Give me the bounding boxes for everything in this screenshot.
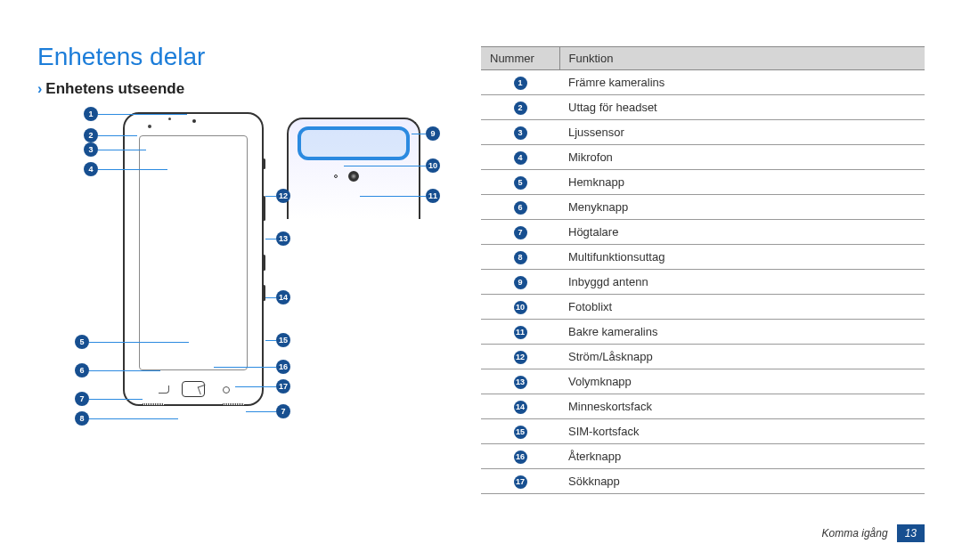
leader-4 — [98, 169, 167, 170]
menu-key — [159, 386, 169, 394]
callout-4: 4 — [84, 162, 98, 176]
callout-15: 15 — [276, 333, 290, 347]
leader-17 — [235, 386, 276, 387]
row-number-cell: 7 — [481, 220, 559, 245]
page-number: 13 — [897, 524, 925, 542]
row-number-cell: 8 — [481, 245, 559, 270]
number-badge: 9 — [514, 276, 527, 289]
callout-14: 14 — [276, 290, 290, 304]
subtitle-text: Enhetens utseende — [45, 80, 184, 98]
number-badge: 4 — [514, 151, 527, 165]
device-diagram: 1 2 3 4 5 6 7 8 9 10 11 1 — [37, 107, 420, 445]
number-badge: 14 — [514, 401, 527, 414]
leader-11 — [360, 196, 426, 197]
row-function-cell: Uttag för headset — [559, 95, 925, 120]
row-number-cell: 16 — [481, 444, 559, 469]
rear-camera-icon — [348, 171, 359, 182]
leader-7a — [89, 399, 143, 400]
speaker-left — [143, 403, 164, 405]
leader-16 — [214, 367, 276, 368]
right-column: Nummer Funktion 1Främre kameralins2Uttag… — [481, 43, 925, 494]
row-function-cell: Mikrofon — [559, 145, 925, 170]
number-badge: 16 — [514, 450, 527, 464]
number-badge: 7 — [514, 226, 527, 239]
row-function-cell: Inbyggd antenn — [559, 270, 925, 295]
table-row: 11Bakre kameralins — [481, 320, 925, 345]
table-row: 3Ljussensor — [481, 120, 925, 145]
row-number-cell: 3 — [481, 120, 559, 145]
leader-3 — [98, 150, 146, 150]
table-row: 9Inbyggd antenn — [481, 270, 925, 295]
leader-8 — [89, 418, 178, 419]
row-number-cell: 10 — [481, 295, 559, 320]
table-row: 12Ström/Låsknapp — [481, 345, 925, 369]
table-row: 4Mikrofon — [481, 145, 925, 170]
header-function: Funktion — [559, 47, 925, 70]
number-badge: 17 — [514, 475, 527, 489]
search-key — [223, 386, 230, 394]
leader-5 — [89, 342, 189, 343]
row-number-cell: 11 — [481, 320, 559, 345]
callout-12: 12 — [276, 189, 290, 203]
row-number-cell: 15 — [481, 419, 559, 444]
row-function-cell: Hemknapp — [559, 170, 925, 195]
callout-3: 3 — [84, 142, 98, 157]
number-badge: 10 — [514, 301, 527, 314]
table-row: 7Högtalare — [481, 220, 925, 245]
table-row: 16Återknapp — [481, 444, 925, 469]
number-badge: 5 — [514, 176, 527, 190]
number-badge: 13 — [514, 376, 527, 389]
row-number-cell: 14 — [481, 394, 559, 419]
side-power — [263, 158, 265, 169]
front-camera-dot — [192, 119, 196, 123]
table-row: 15SIM-kortsfack — [481, 419, 925, 444]
number-badge: 1 — [514, 77, 527, 90]
row-function-cell: Återknapp — [559, 444, 925, 469]
back-key — [198, 385, 208, 395]
table-row: 13Volymknapp — [481, 369, 925, 394]
callout-10: 10 — [426, 158, 440, 173]
row-number-cell: 6 — [481, 195, 559, 220]
row-function-cell: Högtalare — [559, 220, 925, 245]
antenna-highlight — [298, 126, 410, 160]
row-function-cell: Ljussensor — [559, 120, 925, 145]
table-row: 1Främre kameralins — [481, 70, 925, 95]
row-function-cell: Multifunktionsuttag — [559, 245, 925, 270]
footer-section: Komma igång — [822, 527, 888, 540]
callout-6: 6 — [75, 363, 89, 377]
side-volume — [263, 196, 265, 221]
leader-12 — [265, 196, 276, 197]
leader-14 — [265, 297, 276, 298]
row-number-cell: 17 — [481, 469, 559, 494]
callout-11: 11 — [426, 189, 440, 203]
number-badge: 2 — [514, 101, 527, 115]
leader-6 — [89, 370, 160, 371]
number-badge: 15 — [514, 426, 527, 439]
row-number-cell: 12 — [481, 345, 559, 369]
side-sim — [263, 285, 265, 301]
callout-5: 5 — [75, 335, 89, 349]
row-function-cell: Fotoblixt — [559, 295, 925, 320]
callout-7b: 7 — [276, 404, 290, 418]
row-function-cell: Ström/Låsknapp — [559, 345, 925, 369]
leader-1 — [98, 114, 187, 115]
page: Enhetens delar › Enhetens utseende — [0, 0, 962, 512]
row-number-cell: 13 — [481, 369, 559, 394]
subtitle: › Enhetens utseende — [37, 80, 438, 98]
leader-15 — [265, 340, 276, 341]
page-title: Enhetens delar — [37, 43, 438, 71]
callout-13: 13 — [276, 231, 290, 246]
leader-7b — [246, 411, 276, 412]
row-number-cell: 5 — [481, 170, 559, 195]
header-number: Nummer — [481, 47, 559, 70]
callout-7a: 7 — [75, 392, 89, 406]
leader-10 — [344, 166, 426, 166]
callout-9: 9 — [426, 126, 440, 141]
table-row: 5Hemknapp — [481, 170, 925, 195]
row-function-cell: SIM-kortsfack — [559, 419, 925, 444]
left-column: Enhetens delar › Enhetens utseende — [37, 43, 438, 494]
leader-13 — [265, 239, 276, 239]
footer: Komma igång 13 — [822, 524, 925, 542]
callout-17: 17 — [276, 379, 290, 394]
device-front — [123, 112, 264, 406]
